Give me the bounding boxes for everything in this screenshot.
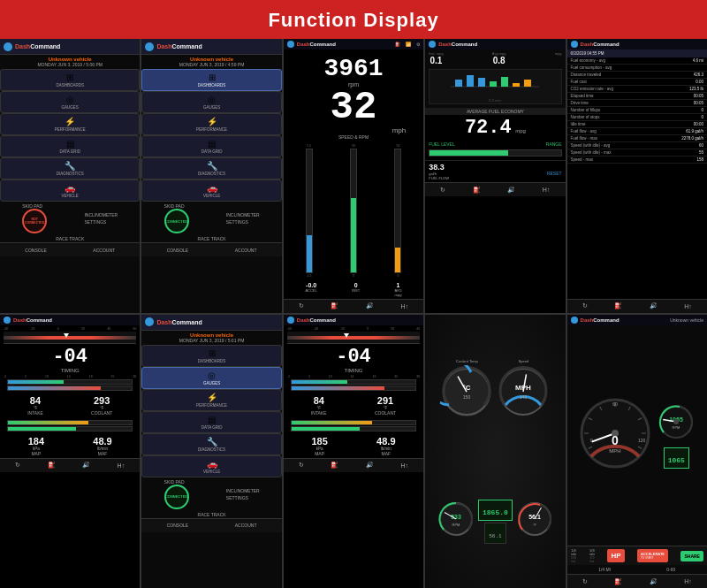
menu-vehicle-7[interactable]: 🚗 VEHICLE <box>141 455 281 477</box>
inclinometer-label-1: INCLINOMETER <box>84 212 118 218</box>
inclinometer-label-2: INCLINOMETER <box>226 212 260 218</box>
intake-bar <box>7 379 133 385</box>
menu-datagrid-7[interactable]: ▤ DATA GRID <box>141 411 281 433</box>
trip-row-1: Fuel consumption - avg <box>567 65 707 72</box>
menu-diagnostics-1[interactable]: 🔧 DIAGNOSTICS <box>0 157 140 179</box>
race-track-label-1: RACE TRACK <box>0 236 140 241</box>
menu-datagrid-1[interactable]: ▤ DATA GRID <box>0 135 140 157</box>
menu-gauges-7[interactable]: ◎ GAUGES <box>141 367 281 389</box>
race-track-label-2: RACE TRACK <box>141 236 281 241</box>
menu-performance-label: PERFORMANCE <box>55 127 86 132</box>
menu-gauges-2[interactable]: ◎ GAUGES <box>141 91 281 113</box>
menu-dashboards-7[interactable]: ⊞ DASHBOARDS <box>141 345 281 367</box>
console-btn-1[interactable]: CONSOLE <box>25 248 46 253</box>
menu-gauges-1[interactable]: ◎ GAUGES <box>0 91 140 113</box>
account-btn-2[interactable]: ACCOUNT <box>235 248 257 253</box>
timing-value-1: -04 <box>0 346 140 368</box>
svg-text:140: 140 <box>520 394 528 400</box>
avg-display: 1 AVG mpg <box>394 282 401 297</box>
menu-diagnostics-2-label: DIAGNOSTICS <box>198 172 225 176</box>
datetime-1: MONDAY JUN 3, 2019 / 5:06 PM <box>4 62 136 67</box>
digital-rpm: 1065 <box>668 456 685 464</box>
share-badge[interactable]: SHARE <box>680 551 703 561</box>
trip-row-12: Speed (with idle) - avg60 <box>567 142 707 149</box>
cell-speedometer-perf: DashCommand Unknown vehicle <box>567 315 707 589</box>
menu-performance-2-label: PERFORMANCE <box>196 127 227 132</box>
map-maf-values: 184 kPa MAP 48.9 lb/min MAF <box>0 434 140 458</box>
cell-timing-2: DashCommand -60 -40 -20 0 20 40 -04 TIMI… <box>284 315 423 589</box>
coolant-bar-2 <box>291 386 416 391</box>
menu-datagrid-2-label: DATA GRID <box>201 149 223 154</box>
menu-vehicle-2-label: VEHICLE <box>203 194 220 198</box>
account-btn-7[interactable]: ACCOUNT <box>235 523 257 528</box>
trip-row-2: Distance traveled426.3 <box>567 72 707 79</box>
menu-dashboards-1[interactable]: ⊞ DASHBOARDS <box>0 69 140 91</box>
svg-text:120: 120 <box>638 438 646 443</box>
range-label: RANGE <box>546 141 562 147</box>
svg-text:MPH: MPH <box>610 448 621 454</box>
eighth-mile-stat: 1/8 mile 330 feet <box>589 548 595 563</box>
account-btn-1[interactable]: ACCOUNT <box>93 248 115 253</box>
menu-vehicle-1[interactable]: 🚗 VEHICLE <box>0 179 140 202</box>
menu-performance-2[interactable]: ⚡ PERFORMANCE <box>141 113 281 135</box>
menu-diagnostics-2[interactable]: 🔧 DIAGNOSTICS <box>141 157 281 179</box>
map-bar-2 <box>291 420 416 425</box>
fuel-level-bar <box>429 149 561 157</box>
maf-bar <box>7 426 133 431</box>
coolant-temp-gauge: Coolant Temp °C 150 <box>440 359 493 418</box>
gauge-bar-2: 50 0 <box>332 144 374 278</box>
cell-dashboard-menu-2[interactable]: DashCommand Unknown vehicle MONDAY JUN 3… <box>141 39 281 313</box>
cell-timing-1: DashCommand -40 -20 0 20 40 60 -04 TIMIN… <box>0 315 140 589</box>
trip-row-8: Number of stops0 <box>567 114 707 121</box>
svg-text:60: 60 <box>613 401 619 407</box>
main-speedometer: 0 60 120 0 MPH <box>578 396 653 475</box>
trip-row-4: CO2 emission rate - avg123.5 lb <box>567 86 707 93</box>
cell-dashboard-menu-3[interactable]: DashCommand Unknown vehicle MONDAY JUN 3… <box>141 315 281 589</box>
cell-dashboard-menu-1[interactable]: DashCommand Unknown vehicle MONDAY JUN 3… <box>0 39 140 313</box>
trip-row-6: Drive time00:05 <box>567 100 707 107</box>
timing-scale <box>4 332 136 344</box>
svg-text:RPM: RPM <box>452 523 460 527</box>
accelerate-badge[interactable]: ACCELERATE TO START <box>637 549 668 562</box>
connection-status-2: CONNECTED <box>164 209 189 233</box>
logo-7: DashCommand <box>156 319 201 325</box>
gauge-533: 533 RPM <box>437 500 475 544</box>
reset-button[interactable]: RESET <box>547 163 562 180</box>
menu-vehicle-label: VEHICLE <box>62 194 79 198</box>
trip-row-10: Fuel flow - avg61.9 gal/h <box>567 128 707 135</box>
menu-vehicle-2[interactable]: 🚗 VEHICLE <box>141 179 281 202</box>
coolant-bar <box>7 386 133 391</box>
zero-sixty-label: 0-60 <box>666 567 675 572</box>
menu-performance-1[interactable]: ⚡ PERFORMANCE <box>0 113 140 135</box>
big-mpg-value: 72.4 <box>465 117 512 139</box>
menu-diagnostics-7[interactable]: 🔧 DIAGNOSTICS <box>141 433 281 455</box>
quarter-mi-label: 1/4 MI <box>598 567 611 572</box>
menu-datagrid-2[interactable]: ▤ DATA GRID <box>141 135 281 157</box>
fuel-flow: 38.3 gal/h FUEL FLOW <box>429 163 449 180</box>
menu-performance-7[interactable]: ⚡ PERFORMANCE <box>141 389 281 411</box>
main-grid: DashCommand Unknown vehicle MONDAY JUN 3… <box>0 39 707 588</box>
svg-text:0: 0 <box>612 433 619 447</box>
connection-status-1: NOTCONNECTED <box>22 209 47 233</box>
speed-rpm-label: SPEED & RPM <box>284 134 423 140</box>
svg-rect-6 <box>513 83 520 87</box>
rpm-gauge: 1065 RPM <box>657 402 696 445</box>
console-btn-7[interactable]: CONSOLE <box>167 523 188 528</box>
gauge-bottom: 56.1 °F <box>515 500 554 544</box>
intake-bar-2 <box>291 379 416 385</box>
trip-row-3: Fuel cost0.00 <box>567 79 707 86</box>
fuel-level-label: FUEL LEVEL <box>429 141 455 147</box>
svg-rect-4 <box>490 81 497 87</box>
trip-row-14: Speed - max158 <box>567 157 707 164</box>
menu-dashboards-2[interactable]: ⊞ DASHBOARDS <box>141 69 281 91</box>
settings-label-2: SETTINGS <box>226 219 260 225</box>
datetime-2: MONDAY JUN 3, 2019 / 4:59 PM <box>145 62 277 67</box>
console-btn-2[interactable]: CONSOLE <box>167 248 188 253</box>
menu-gauges-label: GAUGES <box>62 105 79 110</box>
avg-fuel-header: AVERAGE FUEL ECONOMY <box>425 108 565 115</box>
timing-scale-2 <box>287 332 420 344</box>
menu-datagrid-label: DATA GRID <box>59 149 80 154</box>
vehicle-name-10: Unknown vehicle <box>670 317 703 323</box>
gauge-bar-3: 50 0 <box>377 144 419 278</box>
cell-trip-data: DashCommand 6/3/2019 04:55 PM Fuel econo… <box>567 39 707 313</box>
